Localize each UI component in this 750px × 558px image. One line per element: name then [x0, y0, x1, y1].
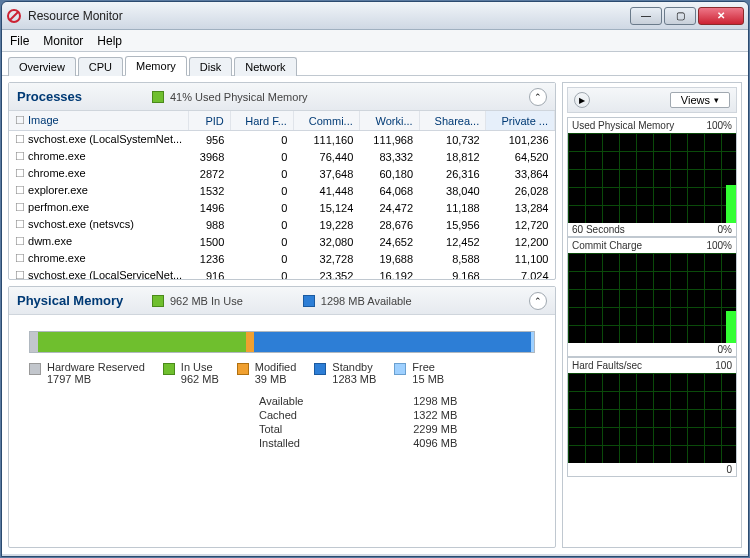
memory-bar [29, 331, 535, 353]
table-row[interactable]: chrome.exe3968076,44083,33218,81264,520 [9, 148, 555, 165]
mini-chart: Hard Faults/sec100 0 [567, 357, 737, 477]
memory-stats: Available1298 MBCached1322 MBTotal2299 M… [9, 385, 555, 459]
table-row[interactable]: explorer.exe1532041,44864,06838,04026,02… [9, 182, 555, 199]
modified-swatch-icon [237, 363, 249, 375]
charts-header: ▶ Views▾ [567, 87, 737, 113]
mini-chart: Used Physical Memory100% 60 Seconds0% [567, 117, 737, 237]
svg-line-1 [10, 12, 18, 20]
physical-title: Physical Memory [17, 293, 152, 308]
process-table: ☐ Image PID Hard F... Commi... Worki... … [9, 111, 555, 279]
table-row[interactable]: perfmon.exe1496015,12424,47211,18813,284 [9, 199, 555, 216]
avail-text: 1298 MB Available [321, 295, 412, 307]
tab-overview[interactable]: Overview [8, 57, 76, 76]
collapse-icon[interactable]: ⌃ [529, 88, 547, 106]
physical-memory-panel: Physical Memory 962 MB In Use 1298 MB Av… [8, 286, 556, 548]
table-row[interactable]: svchost.exe (netsvcs)988019,22828,67615,… [9, 216, 555, 233]
views-button[interactable]: Views▾ [670, 92, 730, 108]
minimize-button[interactable]: — [630, 7, 662, 25]
app-icon [6, 8, 22, 24]
physical-header[interactable]: Physical Memory 962 MB In Use 1298 MB Av… [9, 287, 555, 315]
menu-monitor[interactable]: Monitor [43, 34, 83, 48]
col-hardfaults[interactable]: Hard F... [230, 111, 293, 131]
memory-legend: Hardware Reserved1797 MB In Use962 MB Mo… [9, 353, 555, 385]
menubar: File Monitor Help [2, 30, 748, 52]
avail-swatch-icon [303, 295, 315, 307]
table-row[interactable]: chrome.exe1236032,72819,6888,58811,100 [9, 250, 555, 267]
mini-chart: Commit Charge100% 0% [567, 237, 737, 357]
resource-monitor-window: Resource Monitor — ▢ File Monitor Help O… [1, 1, 749, 557]
tab-cpu[interactable]: CPU [78, 57, 123, 76]
tab-memory[interactable]: Memory [125, 56, 187, 76]
col-pid[interactable]: PID [188, 111, 230, 131]
maximize-button[interactable]: ▢ [664, 7, 696, 25]
close-button[interactable] [698, 7, 744, 25]
col-working[interactable]: Worki... [359, 111, 419, 131]
tabs: Overview CPU Memory Disk Network [2, 52, 748, 76]
col-shareable[interactable]: Sharea... [419, 111, 486, 131]
processes-header[interactable]: Processes 41% Used Physical Memory ⌃ [9, 83, 555, 111]
window-title: Resource Monitor [28, 9, 630, 23]
collapse-right-icon[interactable]: ▶ [574, 92, 590, 108]
processes-info: 41% Used Physical Memory [170, 91, 308, 103]
col-image[interactable]: ☐ Image [9, 111, 188, 131]
titlebar[interactable]: Resource Monitor — ▢ [2, 2, 748, 30]
processes-panel: Processes 41% Used Physical Memory ⌃ ☐ I… [8, 82, 556, 280]
table-row[interactable]: chrome.exe2872037,64860,18026,31633,864 [9, 165, 555, 182]
inuse-text: 962 MB In Use [170, 295, 243, 307]
memory-swatch-icon [152, 91, 164, 103]
inuse-swatch-icon [163, 363, 175, 375]
menu-file[interactable]: File [10, 34, 29, 48]
processes-title: Processes [17, 89, 152, 104]
collapse-icon[interactable]: ⌃ [529, 292, 547, 310]
hw-swatch-icon [29, 363, 41, 375]
menu-help[interactable]: Help [97, 34, 122, 48]
col-private[interactable]: Private ... [486, 111, 555, 131]
table-row[interactable]: svchost.exe (LocalServiceNet...916023,35… [9, 267, 555, 279]
free-swatch-icon [394, 363, 406, 375]
charts-panel: ▶ Views▾ Used Physical Memory100% 60 Sec… [562, 82, 742, 548]
table-row[interactable]: dwm.exe1500032,08024,65212,45212,200 [9, 233, 555, 250]
table-row[interactable]: svchost.exe (LocalSystemNet...9560111,16… [9, 131, 555, 149]
tab-network[interactable]: Network [234, 57, 296, 76]
standby-swatch-icon [314, 363, 326, 375]
tab-disk[interactable]: Disk [189, 57, 232, 76]
col-commit[interactable]: Commi... [293, 111, 359, 131]
inuse-swatch-icon [152, 295, 164, 307]
